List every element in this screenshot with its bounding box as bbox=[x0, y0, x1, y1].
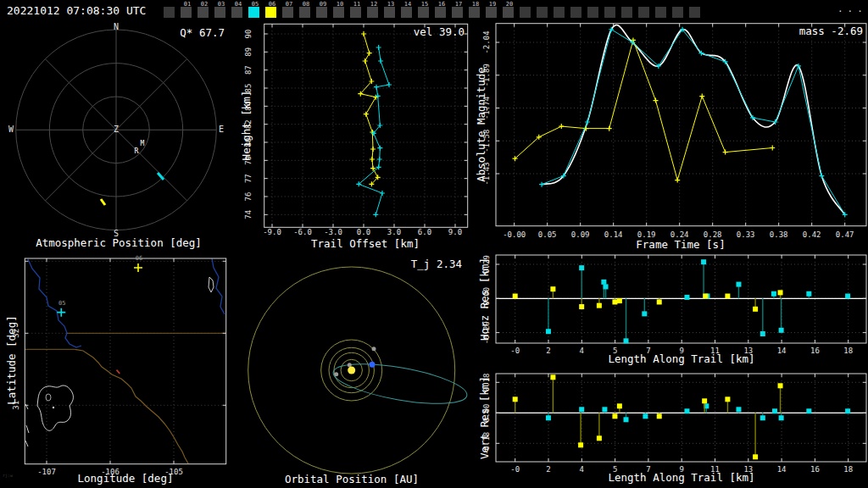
ground-track-map: -107-106-1053231 bbox=[12, 258, 226, 476]
frame-box-10[interactable] bbox=[333, 7, 344, 18]
frame-label-06: 06 bbox=[269, 1, 275, 8]
map-border bbox=[75, 349, 188, 463]
vert-res-ylabel: Vert Res [km] bbox=[478, 376, 491, 459]
trail-series-station-05 bbox=[356, 45, 392, 217]
svg-text:-9.0: -9.0 bbox=[263, 228, 281, 236]
frame-label-12: 12 bbox=[370, 1, 377, 8]
frame-box-blank-11[interactable] bbox=[689, 7, 700, 18]
vel-title: vel 39.0 bbox=[363, 25, 465, 38]
map-lake-outline bbox=[37, 385, 73, 430]
svg-text:16: 16 bbox=[810, 465, 820, 474]
height-profile-plot: -9.0-6.0-3.00.03.06.09.09089878584828079… bbox=[244, 24, 468, 236]
frame-box-15[interactable] bbox=[418, 7, 429, 18]
svg-text:E: E bbox=[219, 125, 224, 134]
magnitude-ylabel: Absolute Magnitude bbox=[475, 67, 487, 181]
svg-text:-6.0: -6.0 bbox=[293, 228, 312, 236]
frame-box-01[interactable] bbox=[181, 7, 192, 18]
magnitude-xlabel: Frame Time [s] bbox=[579, 238, 782, 251]
svg-text:-0.00: -0.00 bbox=[503, 230, 526, 239]
map-ylabel: Latitude [deg] bbox=[5, 315, 18, 404]
frame-label-14: 14 bbox=[404, 1, 411, 8]
svg-text:3.0: 3.0 bbox=[387, 228, 401, 236]
frame-box-08[interactable] bbox=[299, 7, 310, 18]
svg-text:N: N bbox=[114, 22, 119, 31]
svg-text:06: 06 bbox=[136, 255, 142, 262]
svg-text:90: 90 bbox=[244, 30, 253, 39]
frame-label-20: 20 bbox=[506, 1, 513, 8]
atmospheric-caption: Atmospheric Position [deg] bbox=[17, 236, 220, 249]
svg-text:18: 18 bbox=[843, 465, 853, 474]
frame-box-19[interactable] bbox=[486, 7, 497, 18]
frame-box-blank-6[interactable] bbox=[604, 7, 615, 18]
frame-label-07: 07 bbox=[286, 1, 292, 8]
horz-residuals-plot: -02457911131416180.29-0.00-0.29 bbox=[482, 255, 866, 355]
frame-box-blank-7[interactable] bbox=[621, 7, 632, 18]
sun bbox=[348, 367, 355, 374]
svg-text:M: M bbox=[141, 140, 145, 147]
frame-box-blank-10[interactable] bbox=[672, 7, 683, 18]
frame-box-13[interactable] bbox=[384, 7, 395, 18]
svg-text:2: 2 bbox=[546, 465, 550, 474]
svg-text:0.05: 0.05 bbox=[538, 230, 557, 239]
light-curve-plot: -0.000.050.090.140.190.240.280.330.380.4… bbox=[482, 24, 866, 239]
frame-box-14[interactable] bbox=[401, 7, 412, 18]
frame-box-20[interactable] bbox=[503, 7, 514, 18]
orbital-position-plot bbox=[248, 267, 470, 474]
trail-ylabel: Height [km] bbox=[240, 91, 253, 161]
map-river bbox=[28, 259, 81, 347]
horz-res-ylabel: Horz Res [km] bbox=[478, 258, 491, 341]
frame-box-04[interactable] bbox=[231, 7, 242, 18]
svg-text:6.0: 6.0 bbox=[418, 228, 431, 236]
frame-box-blank-4[interactable] bbox=[570, 7, 581, 18]
planet-mercury bbox=[348, 363, 352, 367]
frame-label-09: 09 bbox=[320, 1, 326, 8]
tj-title: T_j 2.34 bbox=[360, 258, 462, 270]
frame-box-05[interactable] bbox=[248, 7, 259, 18]
frame-label-15: 15 bbox=[421, 1, 428, 8]
frame-box-03[interactable] bbox=[214, 7, 225, 18]
frame-box-11[interactable] bbox=[350, 7, 361, 18]
corner-watermark: rj:w bbox=[3, 473, 13, 478]
frame-box-blank-3[interactable] bbox=[554, 7, 565, 18]
frame-box-06[interactable] bbox=[265, 7, 276, 18]
svg-text:74: 74 bbox=[244, 210, 253, 219]
frame-box-18[interactable] bbox=[469, 7, 480, 18]
frame-box-blank-8[interactable] bbox=[638, 7, 649, 18]
polar-streak-06 bbox=[101, 199, 105, 205]
magnitude-series-station-05 bbox=[539, 27, 848, 218]
svg-text:-0: -0 bbox=[510, 465, 520, 474]
magnitude-series-station-06 bbox=[513, 37, 776, 182]
frame-box-blank-5[interactable] bbox=[587, 7, 598, 18]
svg-text:76: 76 bbox=[244, 192, 253, 202]
frame-label-08: 08 bbox=[303, 1, 309, 8]
frame-label-05: 05 bbox=[252, 1, 259, 8]
frame-label-10: 10 bbox=[337, 1, 343, 8]
svg-text:18: 18 bbox=[843, 347, 853, 355]
atmospheric-position-plot: NSEWZMR bbox=[8, 22, 224, 238]
qstar-title: Q* 67.7 bbox=[123, 26, 225, 39]
frame-box-07[interactable] bbox=[282, 7, 293, 18]
frame-box-blank-1[interactable] bbox=[520, 7, 531, 18]
svg-text:-0: -0 bbox=[510, 347, 520, 355]
svg-text:0.0: 0.0 bbox=[357, 228, 370, 236]
frame-box-17[interactable] bbox=[452, 7, 463, 18]
svg-text:0.47: 0.47 bbox=[836, 230, 854, 239]
horz-residuals-plot-series-station-06 bbox=[513, 286, 783, 312]
frame-label-13: 13 bbox=[387, 1, 394, 8]
overflow-menu[interactable]: ··· bbox=[837, 6, 867, 17]
horz-residuals-plot-series-station-05 bbox=[546, 259, 850, 343]
mass-title: mass -2.69 bbox=[744, 25, 863, 37]
svg-text:-3.0: -3.0 bbox=[324, 228, 342, 236]
frame-box-blank-lead[interactable] bbox=[164, 7, 175, 18]
map-xlabel: Longitude [deg] bbox=[24, 472, 227, 485]
frame-box-blank-2[interactable] bbox=[537, 7, 548, 18]
frame-box-09[interactable] bbox=[316, 7, 327, 18]
frame-box-blank-9[interactable] bbox=[655, 7, 666, 18]
vert-res-xlabel: Length Along Trail [km] bbox=[580, 471, 783, 484]
frame-box-16[interactable] bbox=[435, 7, 446, 18]
horz-res-xlabel: Length Along Trail [km] bbox=[580, 352, 783, 365]
frame-box-02[interactable] bbox=[198, 7, 209, 18]
frame-box-12[interactable] bbox=[367, 7, 378, 18]
orbital-caption: Orbital Position [AU] bbox=[250, 473, 453, 485]
svg-text:16: 16 bbox=[810, 347, 820, 355]
